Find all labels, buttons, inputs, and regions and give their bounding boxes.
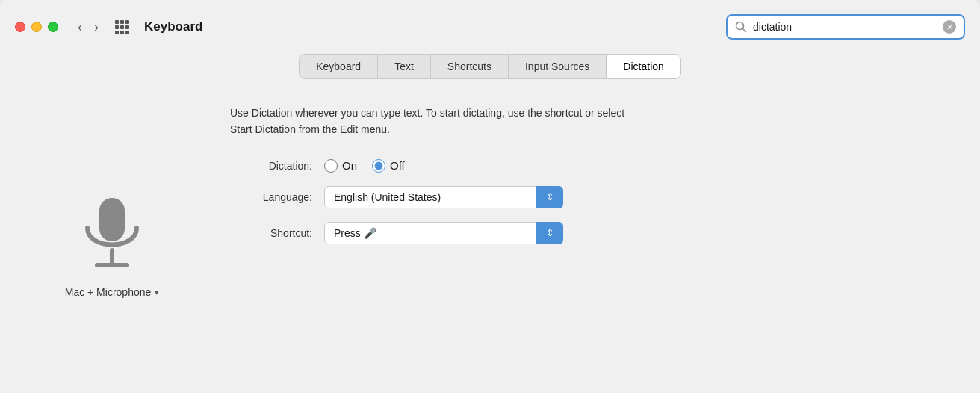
dictation-toggle-row: Dictation: On Off [230,159,950,173]
mic-label[interactable]: Mac + Microphone ▾ [65,286,160,298]
language-select[interactable]: English (United States) [324,186,563,208]
shortcut-select-wrapper: Press 🎤 ⇕ [324,222,563,244]
maximize-button[interactable] [48,22,58,32]
tab-shortcuts[interactable]: Shortcuts [431,55,509,78]
dictation-radio-group: On Off [324,159,405,173]
dictation-off-label: Off [390,159,405,172]
content-area: Keyboard Text Shortcuts Input Sources Di… [0,54,980,393]
language-field-label: Language: [230,191,312,203]
chevron-down-icon: ▾ [155,288,159,297]
search-input[interactable] [753,21,937,33]
nav-buttons: ‹ › [73,18,103,37]
grid-icon[interactable] [115,20,129,34]
close-button[interactable] [15,22,25,32]
settings-section: Use Dictation wherever you can type text… [230,97,950,378]
dictation-on-radio[interactable] [324,159,338,173]
search-icon [735,21,747,33]
shortcut-row: Shortcut: Press 🎤 ⇕ [230,222,950,244]
language-row: Language: English (United States) ⇕ [230,186,950,208]
back-button[interactable]: ‹ [73,18,87,37]
svg-line-1 [743,29,746,32]
window-title: Keyboard [144,19,717,34]
dictation-off-radio[interactable] [372,159,385,173]
mic-label-text: Mac + Microphone [65,286,152,298]
tab-input-sources[interactable]: Input Sources [509,55,607,78]
mic-section: Mac + Microphone ▾ [30,97,194,378]
dictation-field-label: Dictation: [230,160,312,172]
forward-button[interactable]: › [90,18,103,37]
search-bar: ✕ [726,14,965,40]
minimize-button[interactable] [31,22,42,32]
titlebar: ‹ › Keyboard ✕ [0,0,980,54]
description-text: Use Dictation wherever you can type text… [230,105,648,138]
tab-bar: Keyboard Text Shortcuts Input Sources Di… [299,54,681,79]
svg-rect-2 [99,198,125,241]
dictation-off-option[interactable]: Off [372,159,405,173]
tab-text[interactable]: Text [378,55,431,78]
shortcut-field-label: Shortcut: [230,227,312,239]
dictation-on-option[interactable]: On [324,159,357,173]
tab-dictation[interactable]: Dictation [607,55,680,78]
shortcut-select[interactable]: Press 🎤 [324,222,563,244]
microphone-icon [75,192,149,274]
main-window: ‹ › Keyboard ✕ Keyboard Text Shortcuts I… [0,0,980,393]
dictation-on-label: On [342,159,357,172]
traffic-lights [15,22,58,32]
main-panel: Mac + Microphone ▾ Use Dictation whereve… [30,97,950,378]
language-select-wrapper: English (United States) ⇕ [324,186,563,208]
clear-search-button[interactable]: ✕ [943,20,956,34]
tab-keyboard[interactable]: Keyboard [300,55,378,78]
